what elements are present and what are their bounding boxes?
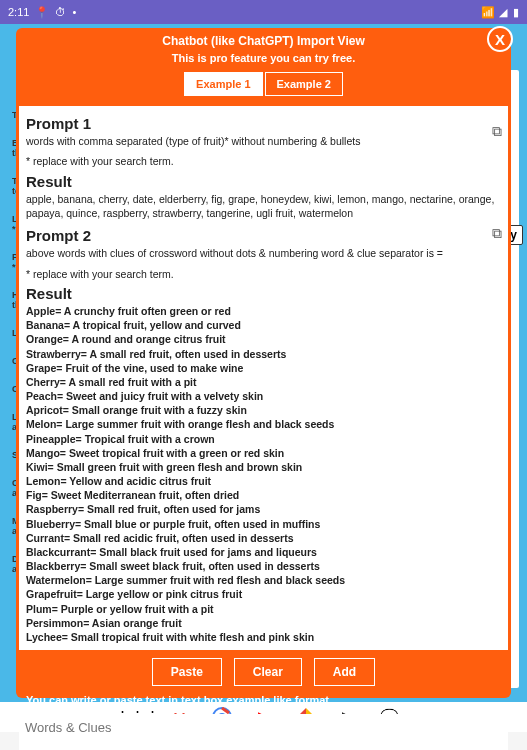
result-item: Mango= Sweet tropical fruit with a green…: [26, 446, 501, 460]
alarm-icon: ⏱: [55, 6, 66, 18]
close-button[interactable]: X: [487, 26, 513, 52]
copy-icon[interactable]: ⧉: [492, 224, 502, 243]
result-item: Grapefruit= Large yellow or pink citrus …: [26, 587, 501, 601]
prompt-1-body: words with comma separated (type of frui…: [26, 134, 501, 148]
result-item: Blackberry= Small sweet black fruit, oft…: [26, 559, 501, 573]
result-item: Fig= Sweet Mediterranean fruit, often dr…: [26, 488, 501, 502]
dot-icon: •: [72, 6, 76, 18]
result-item: Persimmon= Asian orange fruit: [26, 616, 501, 630]
result-item: Apple= A crunchy fruit often green or re…: [26, 304, 501, 318]
prompt-2-body: above words with clues of crossword with…: [26, 246, 501, 260]
result-item: Plum= Purple or yellow fruit with a pit: [26, 602, 501, 616]
result-item: Raspberry= Small red fruit, often used f…: [26, 502, 501, 516]
result-item: Blackcurrant= Small black fruit used for…: [26, 545, 501, 559]
status-bar: 2:11 📍 ⏱ • 📶 ◢ ▮: [0, 0, 527, 24]
paste-button[interactable]: Paste: [152, 658, 222, 686]
result-item: Melon= Large summer fruit with orange fl…: [26, 417, 501, 431]
copy-icon[interactable]: ⧉: [492, 122, 502, 141]
result-item: Peach= Sweet and juicy fruit with a velv…: [26, 389, 501, 403]
result-1-body: apple, banana, cherry, date, elderberry,…: [26, 192, 501, 220]
result-2-heading: Result: [26, 284, 501, 304]
battery-icon: ▮: [513, 6, 519, 19]
result-item: Kiwi= Small green fruit with green flesh…: [26, 460, 501, 474]
example-2-tab[interactable]: Example 2: [265, 72, 343, 96]
status-time: 2:11: [8, 6, 29, 18]
result-item: Currant= Small red acidic fruit, often u…: [26, 531, 501, 545]
modal-title: Chatbot (like ChatGPT) Import View: [40, 34, 487, 48]
result-item: Apricot= Small orange fruit with a fuzzy…: [26, 403, 501, 417]
signal-icon: ◢: [499, 6, 507, 19]
result-1-heading: Result: [26, 172, 501, 192]
result-item: Lemon= Yellow and acidic citrus fruit: [26, 474, 501, 488]
location-icon: 📍: [35, 6, 49, 19]
replace-note-2: * replace with your search term.: [26, 267, 501, 281]
words-clues-input[interactable]: [25, 720, 502, 750]
add-button[interactable]: Add: [314, 658, 375, 686]
clear-button[interactable]: Clear: [234, 658, 302, 686]
prompt-1-heading: Prompt 1: [26, 114, 501, 134]
modal-subtitle: This is pro feature you can try free.: [40, 52, 487, 64]
result-item: Pineapple= Tropical fruit with a crown: [26, 432, 501, 446]
result-item: Orange= A round and orange citrus fruit: [26, 332, 501, 346]
content-pane: ⧉ ⧉ Prompt 1 words with comma separated …: [19, 106, 508, 650]
result-item: Watermelon= Large summer fruit with red …: [26, 573, 501, 587]
hint-text: You can write or paste text in text box …: [16, 694, 511, 714]
example-1-tab[interactable]: Example 1: [184, 72, 262, 96]
result-item: Blueberry= Small blue or purple fruit, o…: [26, 517, 501, 531]
prompt-2-heading: Prompt 2: [26, 226, 501, 246]
result-item: Lychee= Small tropical fruit with white …: [26, 630, 501, 644]
result-2-list: Apple= A crunchy fruit often green or re…: [26, 304, 501, 644]
result-item: Cherry= A small red fruit with a pit: [26, 375, 501, 389]
import-modal: X Chatbot (like ChatGPT) Import View Thi…: [16, 28, 511, 698]
result-item: Grape= Fruit of the vine, used to make w…: [26, 361, 501, 375]
replace-note-1: * replace with your search term.: [26, 154, 501, 168]
result-item: Banana= A tropical fruit, yellow and cur…: [26, 318, 501, 332]
wifi-icon: 📶: [481, 6, 495, 19]
result-item: Strawberry= A small red fruit, often use…: [26, 347, 501, 361]
